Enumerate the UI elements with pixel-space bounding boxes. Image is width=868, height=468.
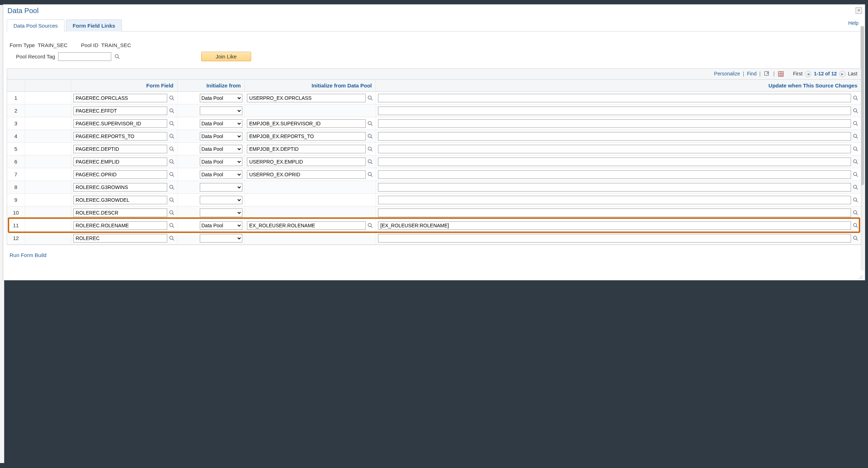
col-initialize-from-data-pool[interactable]: Initialize from Data Pool xyxy=(244,80,376,92)
init-data-pool-input[interactable] xyxy=(247,119,366,128)
initialize-from-select[interactable]: Data Pool xyxy=(200,119,242,128)
modal-title: Data Pool xyxy=(3,5,865,18)
lookup-icon[interactable] xyxy=(169,235,175,241)
initialize-from-select[interactable]: Data Pool xyxy=(200,221,242,230)
pool-record-tag-label: Pool Record Tag xyxy=(16,53,55,59)
form-field-input[interactable] xyxy=(73,170,167,179)
zoom-icon[interactable] xyxy=(764,71,770,77)
update-when-input[interactable] xyxy=(378,209,851,217)
init-data-pool-input[interactable] xyxy=(247,158,366,166)
lookup-icon[interactable] xyxy=(169,171,175,178)
initialize-from-select[interactable]: Data Pool xyxy=(200,145,242,153)
lookup-icon[interactable] xyxy=(169,95,175,101)
nav-next-icon[interactable]: ► xyxy=(839,71,846,77)
form-field-input[interactable] xyxy=(73,196,167,204)
col-initialize-from[interactable]: Initialize from xyxy=(177,80,244,92)
svg-line-36 xyxy=(856,150,858,151)
lookup-icon[interactable] xyxy=(169,120,175,127)
nav-last[interactable]: Last xyxy=(848,71,857,76)
init-data-pool-input[interactable] xyxy=(247,145,366,153)
lookup-icon[interactable] xyxy=(169,197,175,203)
update-when-input[interactable] xyxy=(378,170,851,179)
init-data-pool-input[interactable] xyxy=(247,94,366,102)
lookup-icon[interactable] xyxy=(169,222,175,229)
find-link[interactable]: Find xyxy=(747,71,756,76)
lookup-icon[interactable] xyxy=(852,120,859,127)
form-field-input[interactable] xyxy=(73,183,167,192)
update-when-input[interactable] xyxy=(378,221,851,230)
lookup-icon[interactable] xyxy=(852,159,859,165)
close-button[interactable]: × xyxy=(856,7,862,14)
lookup-icon[interactable] xyxy=(852,133,859,139)
row-spacer xyxy=(25,219,71,232)
lookup-icon[interactable] xyxy=(169,133,175,139)
initialize-from-select[interactable]: Data Pool xyxy=(200,209,242,217)
form-field-input[interactable] xyxy=(73,119,167,128)
form-field-input[interactable] xyxy=(73,209,167,217)
update-when-input[interactable] xyxy=(378,94,851,102)
lookup-icon[interactable] xyxy=(852,146,859,152)
update-when-input[interactable] xyxy=(378,145,851,153)
update-when-input[interactable] xyxy=(378,132,851,141)
update-when-input[interactable] xyxy=(378,107,851,115)
help-link[interactable]: Help xyxy=(848,20,858,26)
lookup-icon[interactable] xyxy=(852,197,859,203)
lookup-icon[interactable] xyxy=(367,133,373,139)
initialize-from-select[interactable]: Data Pool xyxy=(200,132,242,141)
form-field-input[interactable] xyxy=(73,234,167,242)
lookup-icon[interactable] xyxy=(367,159,373,165)
update-when-input[interactable] xyxy=(378,158,851,166)
lookup-icon[interactable] xyxy=(169,108,175,114)
form-field-input[interactable] xyxy=(73,132,167,141)
join-like-button[interactable]: Join Like xyxy=(201,52,251,61)
lookup-icon[interactable] xyxy=(852,95,859,101)
lookup-icon[interactable] xyxy=(367,171,373,178)
lookup-icon[interactable] xyxy=(852,222,859,229)
update-when-input[interactable] xyxy=(378,196,851,204)
col-update-when[interactable]: Update when This Source Changes xyxy=(376,80,861,92)
update-when-input[interactable] xyxy=(378,119,851,128)
resize-grip-icon[interactable] xyxy=(858,274,863,279)
form-field-input[interactable] xyxy=(73,107,167,115)
initialize-from-select[interactable]: Data Pool xyxy=(200,196,242,204)
lookup-icon[interactable] xyxy=(169,184,175,190)
update-when-input[interactable] xyxy=(378,183,851,192)
col-form-field[interactable]: Form Field xyxy=(71,80,177,92)
lookup-icon[interactable] xyxy=(367,95,373,101)
lookup-icon[interactable] xyxy=(169,210,175,216)
lookup-icon[interactable] xyxy=(169,146,175,152)
initialize-from-select[interactable]: Data Pool xyxy=(200,234,242,242)
form-field-input[interactable] xyxy=(73,145,167,153)
update-when-input[interactable] xyxy=(378,234,851,242)
row-spacer xyxy=(25,206,71,219)
form-field-input[interactable] xyxy=(73,94,167,102)
personalize-link[interactable]: Personalize xyxy=(714,71,740,76)
init-data-pool-input[interactable] xyxy=(247,132,366,141)
lookup-icon[interactable] xyxy=(367,146,373,152)
download-grid-icon[interactable] xyxy=(778,71,784,77)
initialize-from-select[interactable]: Data Pool xyxy=(200,94,242,102)
tab-data-pool-sources[interactable]: Data Pool Sources xyxy=(7,19,64,32)
lookup-icon[interactable] xyxy=(852,108,859,114)
initialize-from-select[interactable]: Data Pool xyxy=(200,158,242,166)
form-field-input[interactable] xyxy=(73,221,167,230)
form-field-input[interactable] xyxy=(73,158,167,166)
nav-first[interactable]: First xyxy=(793,71,802,76)
pool-record-tag-lookup-icon[interactable] xyxy=(114,53,120,60)
lookup-icon[interactable] xyxy=(852,171,859,178)
initialize-from-select[interactable]: Data Pool xyxy=(200,183,242,192)
tab-form-field-links[interactable]: Form Field Links xyxy=(66,19,122,32)
initialize-from-select[interactable]: Data Pool xyxy=(200,107,242,115)
lookup-icon[interactable] xyxy=(852,184,859,190)
lookup-icon[interactable] xyxy=(367,222,373,229)
nav-prev-icon[interactable]: ◄ xyxy=(805,71,811,77)
init-data-pool-input[interactable] xyxy=(247,170,366,179)
init-data-pool-input[interactable] xyxy=(247,221,366,230)
initialize-from-select[interactable]: Data Pool xyxy=(200,170,242,179)
lookup-icon[interactable] xyxy=(852,210,859,216)
lookup-icon[interactable] xyxy=(852,235,859,241)
lookup-icon[interactable] xyxy=(367,120,373,127)
run-form-build-link[interactable]: Run Form Build xyxy=(10,252,46,258)
pool-record-tag-input[interactable] xyxy=(58,52,111,61)
lookup-icon[interactable] xyxy=(169,159,175,165)
